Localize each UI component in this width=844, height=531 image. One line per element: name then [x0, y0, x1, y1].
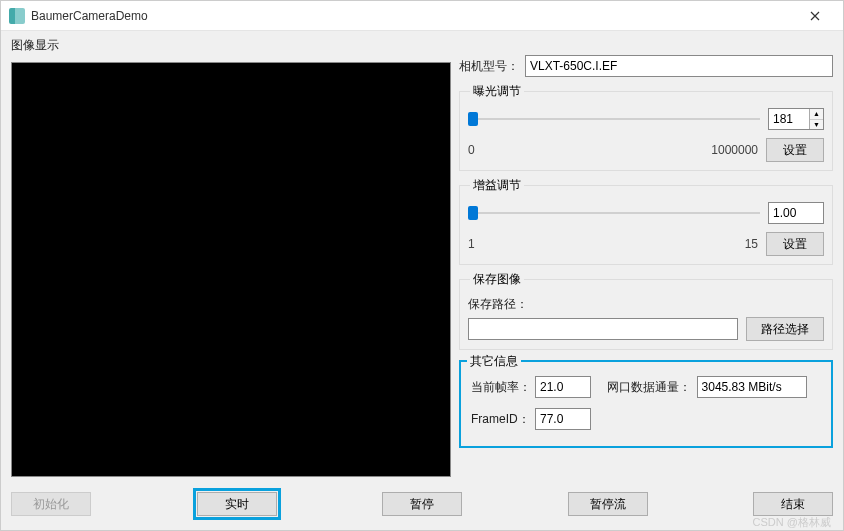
camera-model-field[interactable]	[525, 55, 833, 77]
camera-model-label: 相机型号：	[459, 58, 519, 75]
watermark-text: CSDN @格林威	[753, 515, 831, 530]
app-icon	[9, 8, 25, 24]
browse-path-button[interactable]: 路径选择	[746, 317, 824, 341]
image-display-legend: 图像显示	[11, 37, 451, 54]
other-info-group: 其它信息 当前帧率： 网口数据通量： FrameID：	[459, 360, 833, 448]
fps-label: 当前帧率：	[471, 379, 529, 396]
save-image-group: 保存图像 保存路径： 路径选择	[459, 271, 833, 350]
client-area: 图像显示 相机型号： 曝光调节	[1, 31, 843, 530]
app-window: BaumerCameraDemo 图像显示 相机型号： 曝光调节	[0, 0, 844, 531]
save-path-label: 保存路径：	[468, 296, 824, 313]
exposure-value-input[interactable]	[769, 109, 809, 129]
exposure-min-label: 0	[468, 143, 475, 157]
gain-slider[interactable]	[468, 205, 760, 221]
camera-preview	[11, 62, 451, 477]
exposure-spinner[interactable]: ▲▼	[768, 108, 824, 130]
gain-max-label: 15	[745, 237, 758, 251]
close-icon	[810, 11, 820, 21]
gain-group: 增益调节 1 15 设置	[459, 177, 833, 265]
window-title: BaumerCameraDemo	[31, 9, 795, 23]
exposure-set-button[interactable]: 设置	[766, 138, 824, 162]
settings-pane: 相机型号： 曝光调节 ▲▼	[459, 37, 833, 465]
exposure-group: 曝光调节 ▲▼ 0 10000	[459, 83, 833, 171]
gain-set-button[interactable]: 设置	[766, 232, 824, 256]
chevron-up-icon[interactable]: ▲	[810, 109, 823, 120]
frameid-label: FrameID：	[471, 411, 529, 428]
save-path-input[interactable]	[468, 318, 738, 340]
pause-stream-button[interactable]: 暂停流	[568, 492, 648, 516]
fps-value[interactable]	[535, 376, 591, 398]
throughput-label: 网口数据通量：	[607, 379, 691, 396]
throughput-value[interactable]	[697, 376, 807, 398]
gain-min-label: 1	[468, 237, 475, 251]
init-button[interactable]: 初始化	[11, 492, 91, 516]
exposure-legend: 曝光调节	[470, 83, 524, 100]
titlebar: BaumerCameraDemo	[1, 1, 843, 31]
exposure-slider[interactable]	[468, 111, 760, 127]
live-button[interactable]: 实时	[197, 492, 277, 516]
footer-buttons: 初始化 实时 暂停 暂停流 结束	[11, 492, 833, 516]
image-display-pane: 图像显示	[11, 37, 451, 465]
end-button[interactable]: 结束	[753, 492, 833, 516]
close-button[interactable]	[795, 2, 835, 30]
save-image-legend: 保存图像	[470, 271, 524, 288]
gain-value-input[interactable]	[768, 202, 824, 224]
other-info-legend: 其它信息	[467, 353, 521, 370]
exposure-max-label: 1000000	[711, 143, 758, 157]
slider-thumb-icon	[468, 112, 478, 126]
slider-thumb-icon	[468, 206, 478, 220]
gain-legend: 增益调节	[470, 177, 524, 194]
chevron-down-icon[interactable]: ▼	[810, 120, 823, 130]
frameid-value[interactable]	[535, 408, 591, 430]
pause-button[interactable]: 暂停	[382, 492, 462, 516]
